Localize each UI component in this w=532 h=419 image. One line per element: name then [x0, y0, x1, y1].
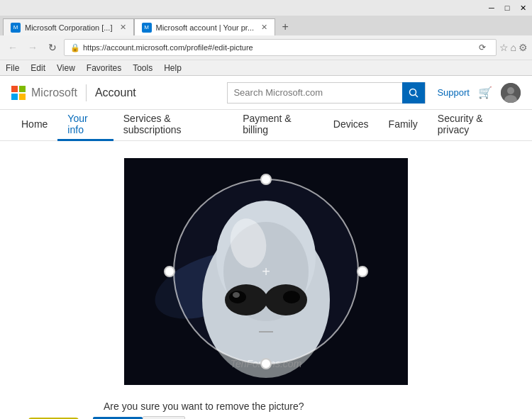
- svg-line-5: [416, 94, 419, 97]
- browser-tab-1[interactable]: M Microsoft Corporation [...] ✕: [3, 18, 134, 35]
- tab-favicon-2: M: [142, 23, 152, 33]
- maximize-button[interactable]: □: [502, 3, 512, 13]
- nav-services[interactable]: Services & subscriptions: [113, 110, 233, 141]
- svg-point-4: [410, 89, 416, 95]
- image-background: TenForums.com: [124, 158, 408, 385]
- nav-security[interactable]: Security & privacy: [428, 110, 521, 141]
- menu-tools[interactable]: Tools: [133, 63, 153, 73]
- new-tab-button[interactable]: +: [275, 18, 295, 35]
- user-avatar[interactable]: [501, 83, 521, 103]
- crop-handle-left[interactable]: [164, 266, 175, 277]
- browser-tab-2[interactable]: M Microsoft account | Your pr... ✕: [134, 18, 276, 35]
- confirm-text: Are you sure you want to remove the pict…: [104, 401, 304, 412]
- back-button[interactable]: ←: [4, 39, 21, 56]
- tab-title-1: Microsoft Corporation [...]: [25, 23, 113, 32]
- main-nav: Home Your info Services & subscriptions …: [0, 110, 532, 141]
- search-input[interactable]: [228, 87, 402, 98]
- search-button[interactable]: [402, 82, 425, 104]
- refresh-addr-btn[interactable]: ⟳: [475, 40, 490, 55]
- no-button[interactable]: No: [143, 416, 185, 419]
- crop-overlay: +: [124, 158, 408, 385]
- account-text: Account: [95, 86, 136, 99]
- svg-rect-0: [11, 86, 18, 92]
- minimize-button[interactable]: ─: [487, 3, 497, 13]
- search-icon: [409, 88, 419, 98]
- forward-button[interactable]: →: [24, 39, 41, 56]
- tab-close-2[interactable]: ✕: [261, 23, 267, 32]
- svg-point-7: [507, 87, 514, 94]
- menu-view[interactable]: View: [57, 63, 75, 73]
- microsoft-logo-icon: [11, 86, 26, 100]
- crop-handle-top[interactable]: [260, 174, 272, 185]
- browser-frame: ─ □ ✕ M Microsoft Corporation [...] ✕ M …: [0, 0, 532, 76]
- svg-rect-1: [19, 86, 26, 92]
- address-actions: ⟳: [475, 40, 490, 55]
- menu-favorites[interactable]: Favorites: [87, 63, 121, 73]
- crop-handle-bottom[interactable]: [260, 358, 272, 369]
- menu-bar: File Edit View Favorites Tools Help: [0, 60, 532, 75]
- tab-title-2: Microsoft account | Your pr...: [156, 23, 255, 32]
- menu-edit[interactable]: Edit: [31, 63, 45, 73]
- ms-logo[interactable]: Microsoft: [11, 86, 77, 100]
- cart-icon[interactable]: 🛒: [478, 86, 492, 99]
- settings-button[interactable]: ⚙: [519, 42, 528, 53]
- refresh-button[interactable]: ↻: [44, 39, 61, 56]
- title-bar: ─ □ ✕: [0, 0, 532, 16]
- address-input[interactable]: 🔒 https://account.microsoft.com/profile#…: [64, 39, 497, 56]
- toolbar-right: ☆ ⌂ ⚙: [499, 42, 528, 53]
- address-bar: ← → ↻ 🔒 https://account.microsoft.com/pr…: [0, 35, 532, 60]
- image-editor: TenForums.com: [124, 158, 408, 385]
- main-content: TenForums.com: [0, 141, 532, 419]
- ms-header: Microsoft Account Support 🛒: [0, 76, 532, 110]
- header-divider: [86, 84, 87, 101]
- ms-logo-text: Microsoft: [31, 86, 77, 99]
- tab-close-1[interactable]: ✕: [120, 23, 126, 32]
- tab-bar: M Microsoft Corporation [...] ✕ M Micros…: [0, 16, 532, 35]
- header-actions: Support 🛒: [437, 83, 521, 103]
- nav-home[interactable]: Home: [11, 110, 57, 141]
- nav-family[interactable]: Family: [379, 110, 428, 141]
- close-button[interactable]: ✕: [518, 3, 528, 13]
- support-link[interactable]: Support: [437, 87, 470, 98]
- menu-help[interactable]: Help: [164, 63, 182, 73]
- home-button[interactable]: ⌂: [511, 42, 516, 53]
- nav-devices[interactable]: Devices: [323, 110, 379, 141]
- avatar-icon: [501, 83, 521, 103]
- svg-rect-2: [11, 94, 18, 100]
- search-box[interactable]: [227, 82, 426, 104]
- address-text: https://account.microsoft.com/profile#/e…: [83, 43, 472, 52]
- nav-your-info[interactable]: Your info: [57, 110, 113, 141]
- crop-handle-right[interactable]: [357, 266, 368, 277]
- secure-icon: 🔒: [70, 43, 80, 52]
- crop-center-icon: +: [262, 264, 270, 280]
- menu-file[interactable]: File: [6, 63, 19, 73]
- tab-favicon-1: M: [11, 23, 21, 33]
- confirm-buttons-row: Click on Yes No: [11, 416, 521, 419]
- svg-rect-3: [19, 94, 26, 100]
- favorites-button[interactable]: ☆: [499, 42, 509, 53]
- confirm-section: Are you sure you want to remove the pict…: [11, 392, 521, 412]
- nav-payment[interactable]: Payment & billing: [233, 110, 323, 141]
